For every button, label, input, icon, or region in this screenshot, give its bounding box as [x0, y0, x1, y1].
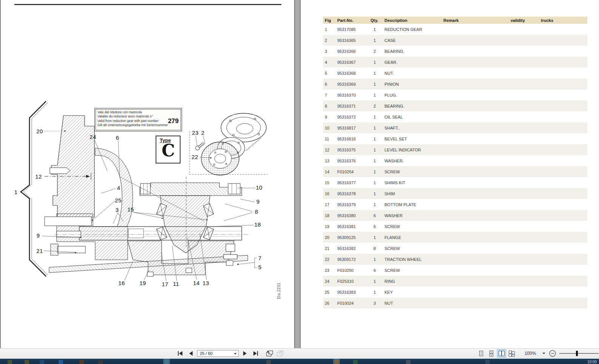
cell-description: REDUCTION GEAR — [384, 27, 443, 32]
minus-circle-icon — [549, 350, 556, 357]
first-page-button[interactable] — [176, 350, 184, 357]
taskbar-app-icon[interactable] — [485, 360, 490, 364]
cell-qty: 8 — [371, 246, 384, 251]
cell-part_no: 95309125 — [337, 235, 371, 240]
zoom-level-label: 100% — [523, 351, 537, 356]
cell-qty: 1 — [371, 279, 384, 284]
table-row[interactable]: 15953163771SHIMS KIT — [323, 177, 587, 188]
taskbar-app-icon[interactable] — [334, 360, 339, 364]
cell-part_no: 95316816 — [337, 137, 371, 141]
table-row[interactable]: 21953163828SCREW — [323, 243, 587, 254]
table-row[interactable]: 8953163712BEARING. — [323, 100, 587, 111]
continuous-layout-icon — [488, 350, 495, 357]
table-row[interactable]: 24F0253101RING — [323, 276, 587, 287]
cell-description: LEVEL INDICATOR — [384, 148, 443, 152]
taskbar-app-icon[interactable] — [266, 360, 271, 364]
cell-part_no: 95316368 — [337, 71, 371, 76]
page-number-input[interactable] — [198, 350, 234, 356]
two-page-continuous-layout-button[interactable] — [507, 349, 516, 358]
cell-description: SCREW — [384, 268, 443, 273]
taskbar-app-icon[interactable] — [406, 360, 411, 364]
taskbar-app-icon[interactable] — [40, 360, 44, 364]
single-page-layout-icon — [478, 350, 485, 357]
cell-description: CASE — [384, 38, 443, 43]
table-row[interactable]: 19953163816SCREW — [323, 221, 587, 232]
table-row[interactable]: 10953168171SHAFT.. — [323, 122, 587, 133]
table-row[interactable]: 7953163701PLUG. — [323, 89, 587, 100]
zoom-slider-handle[interactable] — [576, 351, 578, 356]
table-row[interactable]: 4953163671GEAR. — [323, 57, 587, 68]
cell-description: OIL SEAL — [384, 115, 443, 119]
table-row[interactable]: 20953091251FLANGE — [323, 232, 587, 243]
cell-description: GEAR. — [384, 60, 443, 65]
viewer-toolbar: 100% — [0, 348, 599, 359]
cell-part_no: 95317085 — [337, 27, 371, 32]
table-row[interactable]: 26F0100243NUT — [323, 298, 587, 308]
table-row[interactable]: 17953163791BOTTOM PLATE — [323, 199, 587, 210]
taskbar-app-icon[interactable] — [164, 360, 169, 364]
single-page-layout-button[interactable] — [477, 349, 486, 358]
diagram-callout: 17 — [162, 281, 168, 287]
taskbar-app-icon[interactable] — [25, 360, 29, 364]
cell-description: SHIMS KIT — [384, 180, 443, 185]
taskbar-app-icon[interactable] — [59, 360, 63, 364]
taskbar-app-icon[interactable] — [98, 360, 103, 364]
cell-part_no: 95316379 — [337, 202, 371, 207]
diagram-callout: 20 — [36, 128, 43, 134]
table-row[interactable]: 11953168161BEVEL SET — [323, 133, 587, 144]
cell-fig: 15 — [323, 180, 337, 185]
first-page-icon — [177, 351, 184, 356]
zoom-out-button[interactable] — [549, 350, 556, 357]
taskbar-app-icon[interactable] — [8, 360, 12, 364]
two-page-layout-button[interactable] — [497, 349, 506, 358]
table-row[interactable]: 2953163651CASE — [323, 35, 587, 46]
page-dropdown-arrow-icon[interactable] — [234, 353, 237, 355]
cell-description: SHIM — [384, 191, 443, 196]
table-row[interactable]: 14F0102541SCREW — [323, 166, 587, 177]
next-view-button[interactable] — [276, 350, 284, 357]
table-row[interactable]: 1953170851REDUCTION GEAR — [323, 24, 587, 35]
zoom-dropdown-arrow-icon[interactable] — [542, 353, 545, 354]
cell-qty: 2 — [371, 104, 384, 108]
cell-qty: 1 — [371, 137, 384, 141]
diagram-callout: 9 — [256, 198, 260, 205]
top-flange-section — [140, 183, 242, 196]
diagram-callout: 22 — [191, 154, 198, 160]
continuous-layout-button[interactable] — [487, 349, 496, 358]
two-page-layout-icon — [498, 350, 505, 357]
os-taskbar[interactable]: 10:00 — [0, 359, 599, 364]
page-number-combobox[interactable] — [197, 350, 239, 357]
cell-description: BEVEL SET — [384, 137, 443, 141]
table-row[interactable]: 5953163681NUT. — [323, 68, 587, 79]
page-separator — [294, 0, 301, 348]
table-row[interactable]: 25953163831KEY — [323, 287, 587, 298]
table-row[interactable]: 9953163721OIL SEAL — [323, 111, 587, 122]
cell-description: BOTTOM PLATE — [384, 202, 443, 207]
table-row[interactable]: 6953163691PINION — [323, 79, 587, 89]
table-row[interactable]: 13953163761WASHER. — [323, 155, 587, 166]
table-row[interactable]: 16953163781SHIM — [323, 188, 587, 199]
previous-view-button[interactable] — [265, 350, 273, 357]
diagram-callout: 21 — [36, 248, 43, 254]
table-row[interactable]: 23F0102506SCREW — [323, 265, 587, 276]
diagram-callout: 15 — [127, 206, 134, 213]
previous-page-icon — [188, 351, 194, 356]
diagram-callout: 5 — [258, 264, 262, 270]
zoom-slider-track[interactable] — [559, 353, 599, 354]
previous-page-button[interactable] — [187, 350, 195, 357]
table-row[interactable]: 22953091721TRACTION WHEEL — [323, 254, 587, 265]
next-page-button[interactable] — [241, 350, 249, 357]
cell-fig: 18 — [323, 213, 337, 218]
previous-view-icon — [265, 350, 273, 357]
cell-fig: 19 — [323, 224, 337, 229]
table-row[interactable]: 18953163806WASHER — [323, 210, 587, 221]
table-row[interactable]: 12953163751LEVEL INDICATOR — [323, 144, 587, 155]
taskbar-app-icon[interactable] — [79, 360, 84, 364]
table-row[interactable]: 3953163662BEARING. — [323, 46, 587, 57]
zoom-slider[interactable] — [559, 350, 599, 357]
last-page-button[interactable] — [252, 350, 260, 357]
cell-fig: 6 — [323, 82, 337, 86]
cell-part_no: 95316380 — [337, 213, 371, 218]
cell-fig: 23 — [323, 268, 337, 273]
taskbar-app-icon[interactable] — [353, 360, 358, 364]
